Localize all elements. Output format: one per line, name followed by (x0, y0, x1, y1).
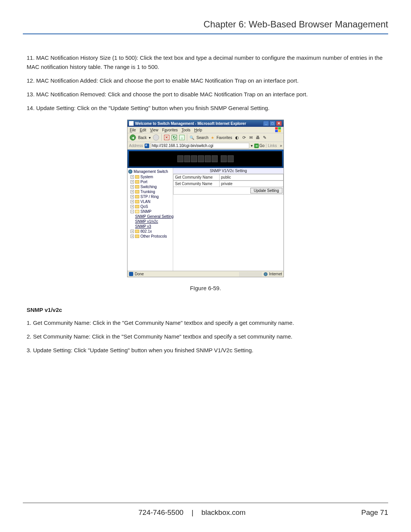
internet-zone-icon (264, 272, 268, 276)
tree-root[interactable]: Management Switch (128, 169, 172, 174)
menu-view[interactable]: View (150, 128, 158, 132)
update-setting-button[interactable]: Update Setting (250, 188, 282, 193)
window-title: Welcome to Switch Management - Microsoft… (135, 121, 263, 126)
folder-open-icon (135, 210, 139, 213)
status-zone: Internet (269, 272, 282, 276)
footer-separator: | (191, 508, 193, 516)
status-done: Done (135, 272, 144, 276)
expand-icon[interactable]: + (131, 205, 134, 208)
set-community-input[interactable]: private (220, 181, 284, 187)
folder-icon (135, 185, 139, 189)
address-dropdown-icon[interactable]: ▾ (251, 144, 253, 148)
close-button[interactable]: ✕ (276, 121, 282, 126)
ie-app-icon (129, 121, 134, 126)
minimize-button[interactable]: _ (263, 121, 269, 126)
menu-bar: File Edit View Favorites Tools Help (127, 127, 284, 133)
folder-icon (135, 175, 139, 179)
para-13: 13. MAC Notification Removed: Click and … (23, 90, 388, 99)
menu-edit[interactable]: Edit (140, 128, 146, 132)
expand-icon[interactable]: + (131, 180, 134, 184)
folder-icon (135, 235, 139, 238)
collapse-icon[interactable]: − (131, 210, 134, 213)
history-icon[interactable]: ⟳ (241, 135, 247, 140)
tree-sub-snmp-v3[interactable]: SNMP v3 (128, 224, 172, 229)
address-input[interactable] (151, 143, 249, 149)
tree-item-snmp[interactable]: −SNMP (128, 209, 172, 214)
tree-item-trunking[interactable]: +Trunking (128, 189, 172, 194)
refresh-button[interactable]: ↻ (172, 135, 177, 140)
content-panel: SNMP V1/V2c Setting Get Community Name p… (173, 168, 284, 271)
favorites-label[interactable]: Favorites (217, 136, 232, 140)
ie-status-icon (129, 272, 133, 276)
print-icon[interactable]: 🖶 (255, 135, 260, 140)
get-community-input[interactable]: public (220, 174, 284, 181)
step-1: 1. Get Community Name: Click in the "Get… (23, 318, 388, 328)
search-label[interactable]: Search (196, 136, 209, 140)
go-arrow-icon: ➔ (254, 144, 259, 148)
home-button[interactable]: ⌂ (179, 135, 185, 140)
stop-button[interactable]: ✕ (164, 135, 169, 140)
toolbar-separator-2 (187, 134, 187, 141)
favorites-icon[interactable]: ★ (211, 136, 214, 140)
folder-icon (135, 195, 139, 198)
tree-item-system[interactable]: +System (128, 174, 172, 179)
back-dropdown-icon[interactable]: ▾ (149, 136, 151, 140)
expand-icon[interactable]: + (131, 235, 134, 238)
snmp-subheading: SNMP v1/v2c (27, 307, 388, 313)
set-community-label: Set Community Name (173, 181, 220, 187)
nav-tree: Management Switch +System +Port +Switchi… (127, 168, 173, 271)
forward-button[interactable] (153, 134, 159, 141)
edit-icon[interactable]: ✎ (262, 135, 267, 140)
step-3: 3. Update Setting: Click "Update Setting… (23, 346, 388, 355)
menu-file[interactable]: File (130, 128, 136, 132)
tree-sub-snmp-general[interactable]: SNMP General Setting (128, 214, 172, 219)
page-number: Page 71 (361, 508, 388, 517)
window-titlebar[interactable]: Welcome to Switch Management - Microsoft… (127, 120, 284, 127)
status-grip (239, 272, 262, 276)
tree-item-port[interactable]: +Port (128, 179, 172, 184)
expand-icon[interactable]: + (131, 190, 134, 193)
tree-item-8021x[interactable]: +802.1x (128, 229, 172, 234)
links-label[interactable]: Links (266, 144, 278, 148)
address-label: Address (129, 144, 143, 148)
toolbar-misc-icons: ◐ ⟳ ✉ 🖶 ✎ (234, 135, 267, 140)
expand-icon[interactable]: + (131, 200, 134, 203)
back-button[interactable]: ◄ (130, 134, 136, 141)
go-label: Go (260, 144, 264, 148)
go-button[interactable]: ➔ Go (254, 144, 264, 148)
footer-phone: 724-746-5500 (139, 508, 183, 516)
expand-icon[interactable]: + (131, 230, 134, 233)
menu-help[interactable]: Help (194, 128, 202, 132)
ie-page-icon (145, 144, 149, 148)
figure-caption: FIgure 6-59. (23, 285, 388, 291)
links-chevron-icon[interactable]: » (280, 144, 282, 148)
tree-sub-snmp-v1v2c[interactable]: SNMP v1/v2c (128, 219, 172, 224)
search-icon[interactable]: 🔍 (190, 136, 194, 140)
step-2: 2. Set Community Name: Click in the "Set… (23, 332, 388, 341)
maximize-button[interactable]: □ (269, 121, 276, 126)
mail-icon[interactable]: ✉ (248, 135, 253, 140)
folder-icon (135, 190, 139, 193)
menu-favorites[interactable]: Favorites (162, 128, 178, 132)
chapter-title: Chapter 6: Web-Based Browser Management (23, 19, 388, 34)
expand-icon[interactable]: + (131, 175, 134, 179)
address-bar: Address ▾ ➔ Go Links » (127, 142, 284, 150)
expand-icon[interactable]: + (131, 195, 134, 198)
folder-icon (135, 230, 139, 233)
tree-item-stp-ring[interactable]: +STP / Ring (128, 194, 172, 199)
tree-item-qos[interactable]: +QoS (128, 204, 172, 209)
tree-item-vlan[interactable]: +VLAN (128, 199, 172, 204)
toolbar-separator (161, 134, 162, 141)
para-12: 12. MAC Notification Added: Click and ch… (23, 76, 388, 85)
media-icon[interactable]: ◐ (234, 135, 240, 140)
back-label[interactable]: Back (138, 136, 147, 140)
menu-tools[interactable]: Tools (182, 128, 190, 132)
expand-icon[interactable]: + (131, 185, 134, 189)
folder-icon (135, 200, 139, 203)
switch-port-graphic (177, 155, 234, 162)
tree-item-switching[interactable]: +Switching (128, 184, 172, 189)
globe-icon (128, 169, 132, 174)
tree-item-other-protocols[interactable]: +Other Protocols (128, 234, 172, 239)
page-footer: 724-746-5500 | blackbox.com Page 71 (23, 503, 388, 517)
folder-icon (135, 180, 139, 184)
